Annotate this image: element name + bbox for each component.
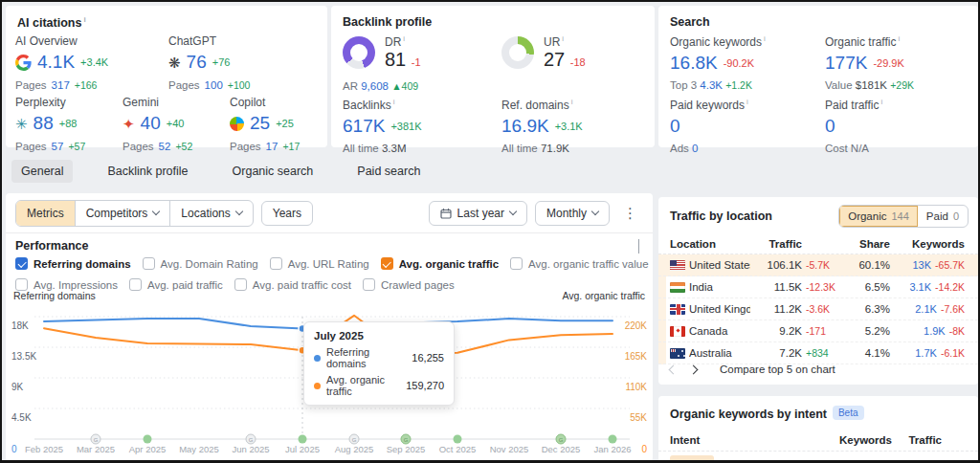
metric-checkbox-avg-domain-rating[interactable]: Avg. Domain Rating xyxy=(143,257,258,270)
years-filter-button[interactable]: Years xyxy=(261,201,313,226)
ai-metric-value-row: ❋76+76 xyxy=(168,52,250,73)
metric-checkbox-avg-paid-traffic-cost[interactable]: Avg. paid traffic cost xyxy=(234,278,351,291)
perplexity-icon: ✳ xyxy=(15,117,28,131)
checkbox-label: Crawled pages xyxy=(381,279,455,291)
paid-traffic-metric: Paid traffici 0 Cost N/A xyxy=(825,98,882,154)
tab-paid-search[interactable]: Paid search xyxy=(347,160,430,183)
next-page-button[interactable] xyxy=(689,364,699,374)
location-table-header: Location Traffic Share Keywords xyxy=(658,233,978,254)
backlinks-delta: +381K xyxy=(390,121,421,132)
info-icon[interactable]: i xyxy=(83,15,85,24)
paid-keywords-label: Paid keywordsi xyxy=(670,98,748,112)
ai-metric-ai-overview: AI Overview4.1K+3.4KPages317+166 xyxy=(15,34,168,91)
info-icon[interactable]: i xyxy=(403,34,405,43)
metric-checkbox-referring-domains[interactable]: Referring domains xyxy=(15,257,131,270)
checkbox-label: Avg. Domain Rating xyxy=(161,258,258,270)
granularity-dropdown[interactable]: Monthly xyxy=(535,201,610,226)
google-update-glyph: G xyxy=(249,437,254,443)
location-name: United States xyxy=(689,259,750,271)
ai-metric-delta: +88 xyxy=(59,118,78,129)
organic-traffic-label: Organic traffici xyxy=(825,34,914,49)
note-marker[interactable] xyxy=(144,435,152,444)
filter-toolbar: Metrics Competitors Locations Years Last… xyxy=(6,193,653,233)
tab-backlink-profile[interactable]: Backlink profile xyxy=(98,160,197,183)
keywords-delta: -8K xyxy=(949,325,965,337)
location-row-us[interactable]: United States106.1K-5.7K60.1%13K-65.7K xyxy=(658,254,978,276)
chatgpt-icon: ❋ xyxy=(168,55,181,70)
date-range-dropdown[interactable]: Last year xyxy=(429,201,527,226)
keywords-by-intent-panel: Organic keywords by intentBeta Intent Ke… xyxy=(658,396,978,463)
right-zero-label: 0 xyxy=(641,444,647,454)
info-icon[interactable]: i xyxy=(562,34,564,43)
pages-label: Pages xyxy=(15,141,47,152)
calendar-icon xyxy=(440,208,452,219)
keywords-cell: 1.9K-8K xyxy=(894,325,965,337)
ai-citations-card: AI citationsi AI Overview4.1K+3.4KPages3… xyxy=(6,6,327,147)
paid-keywords-metric: Paid keywordsi 0 Ads 0 xyxy=(670,98,748,154)
info-icon[interactable]: i xyxy=(393,98,395,106)
pages-delta: +100 xyxy=(228,79,251,91)
info-icon[interactable]: i xyxy=(571,98,573,106)
tab-organic-search[interactable]: Organic search xyxy=(223,160,323,183)
ai-metrics-row-1: AI Overview4.1K+3.4KPages317+166ChatGPT❋… xyxy=(15,34,250,91)
ai-metric-value-row: ✦40+40 xyxy=(122,113,230,134)
metric-checkbox-crawled-pages[interactable]: Crawled pages xyxy=(363,278,455,291)
traffic-delta: -12.3K xyxy=(806,281,848,293)
tooltip-title: July 2025 xyxy=(314,330,444,342)
metric-checkbox-avg-organic-traffic[interactable]: Avg. organic traffic xyxy=(381,257,499,270)
ai-metric-copilot: Copilot25+25Pages17+17 xyxy=(230,96,337,152)
info-icon[interactable]: i xyxy=(880,98,882,106)
compare-top5-link[interactable]: Compare top 5 on chart xyxy=(720,364,835,375)
pages-value: 57 xyxy=(52,141,64,152)
organic-toggle-button[interactable]: Organic144 xyxy=(839,206,918,227)
note-marker[interactable] xyxy=(454,435,462,444)
checkbox-label: Avg. organic traffic xyxy=(399,258,499,270)
axis-tick-label: 4.5K xyxy=(11,412,32,423)
ai-metric-pages-row: Pages57+57 xyxy=(15,141,122,152)
info-icon[interactable]: i xyxy=(764,34,766,43)
month-label: Feb 2025 xyxy=(25,444,63,454)
uk-flag-cross xyxy=(670,308,685,311)
section-tabs: GeneralBacklink profileOrganic searchPai… xyxy=(11,160,430,183)
previous-page-button[interactable] xyxy=(669,364,679,374)
location-row-in[interactable]: India11.5K-12.3K6.5%3.1K-14.2K xyxy=(658,276,978,298)
location-row-uk[interactable]: United Kingdom11.2K-3.6K6.3%2.1K-7.6K xyxy=(658,298,978,320)
metric-checkbox-avg-paid-traffic[interactable]: Avg. paid traffic xyxy=(129,278,223,291)
collapse-button[interactable] xyxy=(638,239,639,253)
performance-heading: Performance xyxy=(15,239,88,253)
ai-metric-label: Gemini xyxy=(122,96,230,109)
search-card: Search Organic keywordsi 16.8K-90.2K Top… xyxy=(658,6,978,147)
ai-metric-gemini: Gemini✦40+40Pages52+52 xyxy=(122,96,230,152)
ai-citations-title: AI citationsi xyxy=(6,6,327,30)
ref-domains-value: 16.9K xyxy=(501,116,549,137)
metric-checkbox-avg-organic-traffic-value[interactable]: Avg. organic traffic value xyxy=(510,257,649,270)
metrics-filter-button[interactable]: Metrics xyxy=(16,201,76,226)
locations-dropdown[interactable]: Locations xyxy=(170,201,252,226)
ref-domains-alltime: All time 71.9K xyxy=(501,143,583,154)
paid-toggle-button[interactable]: Paid0 xyxy=(918,206,968,227)
ai-metric-value: 25 xyxy=(250,113,270,134)
info-icon[interactable]: i xyxy=(898,34,900,43)
google-icon xyxy=(15,55,32,71)
axis-tick-label: 165K xyxy=(625,351,648,362)
month-label: Jul 2025 xyxy=(285,444,320,454)
checkbox-icon xyxy=(15,257,28,270)
competitors-dropdown[interactable]: Competitors xyxy=(76,201,171,226)
traffic-by-location-title: Traffic by location xyxy=(670,209,772,223)
ai-metric-value: 4.1K xyxy=(37,52,75,73)
ur-delta: -18 xyxy=(570,56,586,68)
tab-general[interactable]: General xyxy=(11,160,73,183)
ai-metrics-row-2: Perplexity✳88+88Pages57+57Gemini✦40+40Pa… xyxy=(15,96,337,152)
keywords-cell: 13K-65.7K xyxy=(894,259,965,271)
chevron-down-icon xyxy=(509,208,517,215)
more-options-button[interactable]: ⋮ xyxy=(617,205,643,222)
note-marker[interactable] xyxy=(299,435,307,444)
metric-checkbox-avg-url-rating[interactable]: Avg. URL Rating xyxy=(270,257,369,270)
ai-metric-delta: +40 xyxy=(167,118,185,129)
location-row-ca[interactable]: Canada9.2K-1715.2%1.9K-8K xyxy=(658,320,978,342)
uk-flag-icon xyxy=(670,304,685,315)
note-marker[interactable] xyxy=(609,435,617,444)
info-icon[interactable]: i xyxy=(746,98,748,106)
location-name: India xyxy=(689,281,750,293)
keywords-cell: 3.1K-14.2K xyxy=(894,281,965,293)
